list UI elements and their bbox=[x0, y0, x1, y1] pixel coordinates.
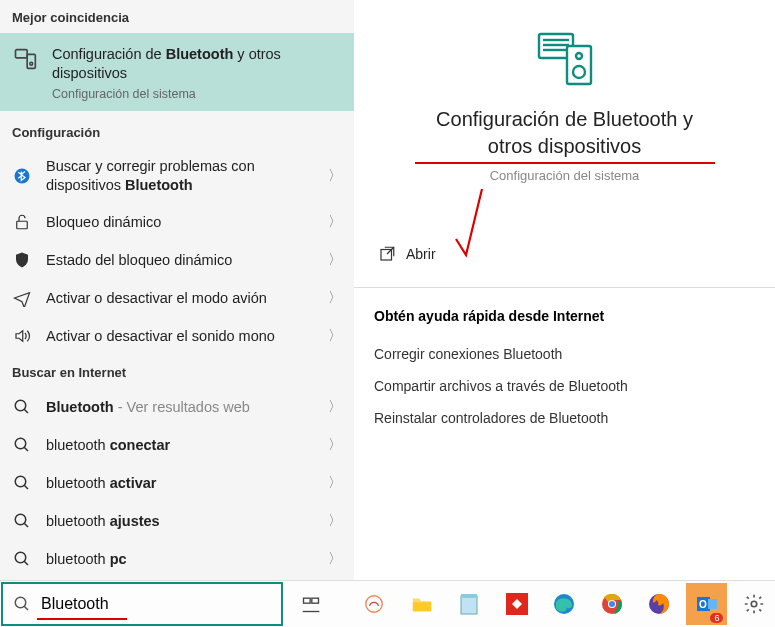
best-match-header: Mejor coincidencia bbox=[0, 0, 354, 33]
svg-rect-26 bbox=[312, 598, 319, 603]
web-item-label: bluetooth ajustes bbox=[46, 512, 314, 531]
chevron-right-icon: 〉 bbox=[328, 327, 342, 345]
web-item-label: bluetooth activar bbox=[46, 474, 314, 493]
config-item-label: Activar o desactivar el modo avión bbox=[46, 289, 314, 308]
config-item[interactable]: Activar o desactivar el sonido mono 〉 bbox=[0, 317, 354, 355]
chevron-right-icon: 〉 bbox=[328, 398, 342, 416]
open-action[interactable]: Abrir bbox=[374, 227, 755, 277]
airplane-icon bbox=[12, 288, 32, 308]
web-header: Buscar en Internet bbox=[0, 355, 354, 388]
config-item[interactable]: Estado del bloqueo dinámico 〉 bbox=[0, 241, 354, 279]
svg-line-10 bbox=[24, 486, 28, 490]
chevron-right-icon: 〉 bbox=[328, 550, 342, 568]
svg-rect-29 bbox=[413, 602, 431, 611]
chevron-right-icon: 〉 bbox=[328, 167, 342, 185]
search-icon bbox=[12, 549, 32, 569]
web-search-item[interactable]: bluetooth conectar 〉 bbox=[0, 426, 354, 464]
detail-panel: Configuración de Bluetooth y otros dispo… bbox=[354, 0, 775, 580]
svg-text:O: O bbox=[699, 599, 707, 610]
annotation-underline bbox=[415, 162, 715, 164]
taskbar-search-box[interactable] bbox=[1, 582, 283, 626]
shield-icon bbox=[12, 250, 32, 270]
search-icon bbox=[12, 473, 32, 493]
svg-line-6 bbox=[24, 410, 28, 414]
annotation-search-underline bbox=[37, 618, 127, 620]
svg-point-2 bbox=[30, 62, 33, 65]
svg-point-9 bbox=[15, 477, 26, 488]
chevron-right-icon: 〉 bbox=[328, 436, 342, 454]
web-item-label: Bluetooth - Ver resultados web bbox=[46, 398, 314, 417]
annotation-checkmark bbox=[452, 183, 492, 263]
svg-line-8 bbox=[24, 448, 28, 452]
config-item[interactable]: Buscar y corregir problemas con disposit… bbox=[0, 148, 354, 204]
search-input[interactable] bbox=[41, 595, 271, 613]
chevron-right-icon: 〉 bbox=[328, 213, 342, 231]
best-match-text: Configuración de Bluetooth y otros dispo… bbox=[52, 45, 342, 101]
svg-rect-1 bbox=[27, 54, 35, 68]
help-link[interactable]: Reinstalar controladores de Bluetooth bbox=[374, 402, 755, 434]
help-link[interactable]: Corregir conexiones Bluetooth bbox=[374, 338, 755, 370]
web-search-item[interactable]: Bluetooth - Ver resultados web 〉 bbox=[0, 388, 354, 426]
config-item-label: Buscar y corregir problemas con disposit… bbox=[46, 157, 314, 195]
divider bbox=[354, 287, 775, 288]
bluetooth-icon bbox=[12, 166, 32, 186]
config-item[interactable]: Activar o desactivar el modo avión 〉 bbox=[0, 279, 354, 317]
settings-device-icon bbox=[12, 45, 40, 73]
svg-line-24 bbox=[24, 606, 28, 610]
svg-rect-25 bbox=[303, 598, 310, 603]
svg-line-14 bbox=[24, 562, 28, 566]
config-item-label: Bloqueo dinámico bbox=[46, 213, 314, 232]
hero-devices-icon bbox=[533, 28, 597, 92]
svg-point-7 bbox=[15, 439, 26, 450]
svg-rect-40 bbox=[708, 599, 717, 609]
chevron-right-icon: 〉 bbox=[328, 251, 342, 269]
config-item-label: Activar o desactivar el sonido mono bbox=[46, 327, 314, 346]
file-explorer-icon[interactable] bbox=[401, 583, 443, 625]
web-item-label: bluetooth pc bbox=[46, 550, 314, 569]
web-search-item[interactable]: bluetooth activar 〉 bbox=[0, 464, 354, 502]
open-label: Abrir bbox=[406, 246, 436, 262]
chrome-icon[interactable] bbox=[591, 583, 633, 625]
svg-point-23 bbox=[15, 597, 26, 608]
detail-subtitle: Configuración del sistema bbox=[374, 168, 755, 183]
firefox-icon[interactable] bbox=[638, 583, 680, 625]
search-icon bbox=[12, 511, 32, 531]
chevron-right-icon: 〉 bbox=[328, 474, 342, 492]
detail-title: Configuración de Bluetooth y otros dispo… bbox=[414, 106, 715, 160]
svg-point-36 bbox=[609, 601, 615, 607]
svg-rect-31 bbox=[461, 594, 477, 598]
outlook-icon[interactable]: O 6 bbox=[686, 583, 728, 625]
chevron-right-icon: 〉 bbox=[328, 512, 342, 530]
badge-count: 6 bbox=[710, 613, 723, 623]
settings-gear-icon[interactable] bbox=[733, 583, 775, 625]
web-search-item[interactable]: bluetooth ajustes 〉 bbox=[0, 502, 354, 540]
config-item-label: Estado del bloqueo dinámico bbox=[46, 251, 314, 270]
lock-icon bbox=[12, 212, 32, 232]
search-icon bbox=[13, 595, 31, 613]
snip-tool-icon[interactable] bbox=[353, 583, 395, 625]
web-item-label: bluetooth conectar bbox=[46, 436, 314, 455]
svg-point-13 bbox=[15, 553, 26, 564]
config-item[interactable]: Bloqueo dinámico 〉 bbox=[0, 203, 354, 241]
sound-icon bbox=[12, 326, 32, 346]
edge-icon[interactable] bbox=[543, 583, 585, 625]
svg-rect-4 bbox=[17, 222, 28, 230]
config-header: Configuración bbox=[0, 115, 354, 148]
search-icon bbox=[12, 397, 32, 417]
svg-line-12 bbox=[24, 524, 28, 528]
svg-point-3 bbox=[15, 168, 30, 183]
help-link[interactable]: Compartir archivos a través de Bluetooth bbox=[374, 370, 755, 402]
taskbar: O 6 bbox=[0, 580, 775, 627]
svg-point-5 bbox=[15, 401, 26, 412]
svg-point-41 bbox=[751, 601, 757, 607]
task-view-icon[interactable] bbox=[290, 583, 332, 625]
svg-point-28 bbox=[366, 596, 383, 613]
svg-point-11 bbox=[15, 515, 26, 526]
svg-rect-30 bbox=[461, 596, 477, 614]
notepad-icon[interactable] bbox=[448, 583, 490, 625]
help-header: Obtén ayuda rápida desde Internet bbox=[374, 308, 755, 324]
search-icon bbox=[12, 435, 32, 455]
web-search-item[interactable]: bluetooth pc 〉 bbox=[0, 540, 354, 578]
anydesk-icon[interactable] bbox=[496, 583, 538, 625]
best-match-item[interactable]: Configuración de Bluetooth y otros dispo… bbox=[0, 33, 354, 111]
